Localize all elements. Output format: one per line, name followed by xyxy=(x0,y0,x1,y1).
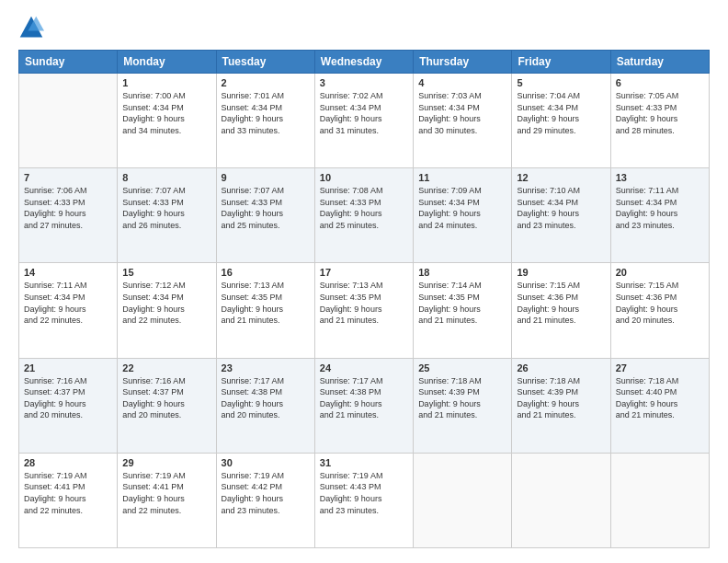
weekday-header-friday: Friday xyxy=(512,51,610,74)
day-number: 1 xyxy=(122,77,210,88)
weekday-header-sunday: Sunday xyxy=(19,51,118,74)
day-info: Sunrise: 7:07 AM Sunset: 4:33 PM Dayligh… xyxy=(122,185,210,231)
calendar-cell: 7Sunrise: 7:06 AM Sunset: 4:33 PM Daylig… xyxy=(19,168,118,263)
day-info: Sunrise: 7:15 AM Sunset: 4:36 PM Dayligh… xyxy=(616,280,704,326)
calendar-cell: 15Sunrise: 7:12 AM Sunset: 4:34 PM Dayli… xyxy=(118,263,216,358)
day-info: Sunrise: 7:11 AM Sunset: 4:34 PM Dayligh… xyxy=(24,280,112,326)
weekday-header-row: SundayMondayTuesdayWednesdayThursdayFrid… xyxy=(19,51,710,74)
week-row-4: 21Sunrise: 7:16 AM Sunset: 4:37 PM Dayli… xyxy=(19,358,710,453)
calendar-cell: 10Sunrise: 7:08 AM Sunset: 4:33 PM Dayli… xyxy=(314,168,413,263)
calendar-cell: 31Sunrise: 7:19 AM Sunset: 4:43 PM Dayli… xyxy=(314,453,413,547)
calendar-cell: 9Sunrise: 7:07 AM Sunset: 4:33 PM Daylig… xyxy=(216,168,314,263)
day-number: 26 xyxy=(517,362,605,373)
day-info: Sunrise: 7:00 AM Sunset: 4:34 PM Dayligh… xyxy=(122,90,210,136)
calendar-cell: 3Sunrise: 7:02 AM Sunset: 4:34 PM Daylig… xyxy=(314,74,413,168)
day-info: Sunrise: 7:15 AM Sunset: 4:36 PM Dayligh… xyxy=(517,280,605,326)
calendar-cell: 16Sunrise: 7:13 AM Sunset: 4:35 PM Dayli… xyxy=(216,263,314,358)
calendar-cell: 13Sunrise: 7:11 AM Sunset: 4:34 PM Dayli… xyxy=(610,168,709,263)
day-info: Sunrise: 7:08 AM Sunset: 4:33 PM Dayligh… xyxy=(320,185,408,231)
calendar-cell xyxy=(610,453,709,547)
calendar-cell xyxy=(19,74,118,168)
day-number: 25 xyxy=(418,362,506,373)
calendar-cell: 18Sunrise: 7:14 AM Sunset: 4:35 PM Dayli… xyxy=(414,263,512,358)
day-number: 31 xyxy=(320,457,408,468)
weekday-header-wednesday: Wednesday xyxy=(314,51,413,74)
day-number: 22 xyxy=(122,362,210,373)
weekday-header-saturday: Saturday xyxy=(610,51,709,74)
day-number: 9 xyxy=(222,172,310,183)
day-number: 15 xyxy=(122,267,210,278)
day-info: Sunrise: 7:19 AM Sunset: 4:41 PM Dayligh… xyxy=(122,470,210,516)
page: SundayMondayTuesdayWednesdayThursdayFrid… xyxy=(0,0,728,563)
calendar-cell: 6Sunrise: 7:05 AM Sunset: 4:33 PM Daylig… xyxy=(610,74,709,168)
day-number: 19 xyxy=(517,267,605,278)
calendar-cell: 30Sunrise: 7:19 AM Sunset: 4:42 PM Dayli… xyxy=(216,453,314,547)
day-number: 30 xyxy=(222,457,310,468)
day-info: Sunrise: 7:04 AM Sunset: 4:34 PM Dayligh… xyxy=(517,90,605,136)
day-info: Sunrise: 7:18 AM Sunset: 4:40 PM Dayligh… xyxy=(616,375,704,421)
day-number: 8 xyxy=(122,172,210,183)
day-number: 3 xyxy=(320,77,408,88)
week-row-3: 14Sunrise: 7:11 AM Sunset: 4:34 PM Dayli… xyxy=(19,263,710,358)
calendar-cell: 20Sunrise: 7:15 AM Sunset: 4:36 PM Dayli… xyxy=(610,263,709,358)
day-info: Sunrise: 7:02 AM Sunset: 4:34 PM Dayligh… xyxy=(320,90,408,136)
calendar-cell: 23Sunrise: 7:17 AM Sunset: 4:38 PM Dayli… xyxy=(216,358,314,453)
day-info: Sunrise: 7:11 AM Sunset: 4:34 PM Dayligh… xyxy=(616,185,704,231)
day-info: Sunrise: 7:16 AM Sunset: 4:37 PM Dayligh… xyxy=(122,375,210,421)
day-info: Sunrise: 7:07 AM Sunset: 4:33 PM Dayligh… xyxy=(222,185,310,231)
day-info: Sunrise: 7:19 AM Sunset: 4:41 PM Dayligh… xyxy=(24,470,112,516)
day-number: 11 xyxy=(418,172,506,183)
weekday-header-tuesday: Tuesday xyxy=(216,51,314,74)
header xyxy=(18,15,710,40)
day-info: Sunrise: 7:17 AM Sunset: 4:38 PM Dayligh… xyxy=(222,375,310,421)
day-number: 27 xyxy=(616,362,704,373)
day-number: 21 xyxy=(24,362,112,373)
calendar: SundayMondayTuesdayWednesdayThursdayFrid… xyxy=(18,50,710,548)
day-info: Sunrise: 7:12 AM Sunset: 4:34 PM Dayligh… xyxy=(122,280,210,326)
day-info: Sunrise: 7:03 AM Sunset: 4:34 PM Dayligh… xyxy=(418,90,506,136)
calendar-cell: 28Sunrise: 7:19 AM Sunset: 4:41 PM Dayli… xyxy=(19,453,118,547)
weekday-header-thursday: Thursday xyxy=(414,51,512,74)
day-info: Sunrise: 7:14 AM Sunset: 4:35 PM Dayligh… xyxy=(418,280,506,326)
calendar-cell: 11Sunrise: 7:09 AM Sunset: 4:34 PM Dayli… xyxy=(414,168,512,263)
day-number: 20 xyxy=(616,267,704,278)
calendar-cell: 26Sunrise: 7:18 AM Sunset: 4:39 PM Dayli… xyxy=(512,358,610,453)
day-info: Sunrise: 7:13 AM Sunset: 4:35 PM Dayligh… xyxy=(320,280,408,326)
day-info: Sunrise: 7:16 AM Sunset: 4:37 PM Dayligh… xyxy=(24,375,112,421)
day-number: 13 xyxy=(616,172,704,183)
day-number: 5 xyxy=(517,77,605,88)
logo xyxy=(18,15,48,40)
day-number: 24 xyxy=(320,362,408,373)
day-number: 17 xyxy=(320,267,408,278)
day-number: 10 xyxy=(320,172,408,183)
day-number: 29 xyxy=(122,457,210,468)
day-number: 12 xyxy=(517,172,605,183)
day-info: Sunrise: 7:17 AM Sunset: 4:38 PM Dayligh… xyxy=(320,375,408,421)
day-info: Sunrise: 7:18 AM Sunset: 4:39 PM Dayligh… xyxy=(517,375,605,421)
calendar-cell: 5Sunrise: 7:04 AM Sunset: 4:34 PM Daylig… xyxy=(512,74,610,168)
calendar-cell: 21Sunrise: 7:16 AM Sunset: 4:37 PM Dayli… xyxy=(19,358,118,453)
day-info: Sunrise: 7:01 AM Sunset: 4:34 PM Dayligh… xyxy=(222,90,310,136)
weekday-header-monday: Monday xyxy=(118,51,216,74)
calendar-cell: 29Sunrise: 7:19 AM Sunset: 4:41 PM Dayli… xyxy=(118,453,216,547)
calendar-cell: 22Sunrise: 7:16 AM Sunset: 4:37 PM Dayli… xyxy=(118,358,216,453)
calendar-cell: 8Sunrise: 7:07 AM Sunset: 4:33 PM Daylig… xyxy=(118,168,216,263)
day-info: Sunrise: 7:19 AM Sunset: 4:43 PM Dayligh… xyxy=(320,470,408,516)
day-info: Sunrise: 7:05 AM Sunset: 4:33 PM Dayligh… xyxy=(616,90,704,136)
day-number: 28 xyxy=(24,457,112,468)
day-number: 18 xyxy=(418,267,506,278)
calendar-cell xyxy=(512,453,610,547)
calendar-cell: 4Sunrise: 7:03 AM Sunset: 4:34 PM Daylig… xyxy=(414,74,512,168)
week-row-1: 1Sunrise: 7:00 AM Sunset: 4:34 PM Daylig… xyxy=(19,74,710,168)
day-number: 23 xyxy=(222,362,310,373)
day-number: 16 xyxy=(222,267,310,278)
calendar-cell: 25Sunrise: 7:18 AM Sunset: 4:39 PM Dayli… xyxy=(414,358,512,453)
day-number: 4 xyxy=(418,77,506,88)
calendar-cell: 12Sunrise: 7:10 AM Sunset: 4:34 PM Dayli… xyxy=(512,168,610,263)
day-info: Sunrise: 7:06 AM Sunset: 4:33 PM Dayligh… xyxy=(24,185,112,231)
week-row-2: 7Sunrise: 7:06 AM Sunset: 4:33 PM Daylig… xyxy=(19,168,710,263)
calendar-cell: 2Sunrise: 7:01 AM Sunset: 4:34 PM Daylig… xyxy=(216,74,314,168)
calendar-cell: 27Sunrise: 7:18 AM Sunset: 4:40 PM Dayli… xyxy=(610,358,709,453)
day-number: 2 xyxy=(222,77,310,88)
calendar-cell: 17Sunrise: 7:13 AM Sunset: 4:35 PM Dayli… xyxy=(314,263,413,358)
